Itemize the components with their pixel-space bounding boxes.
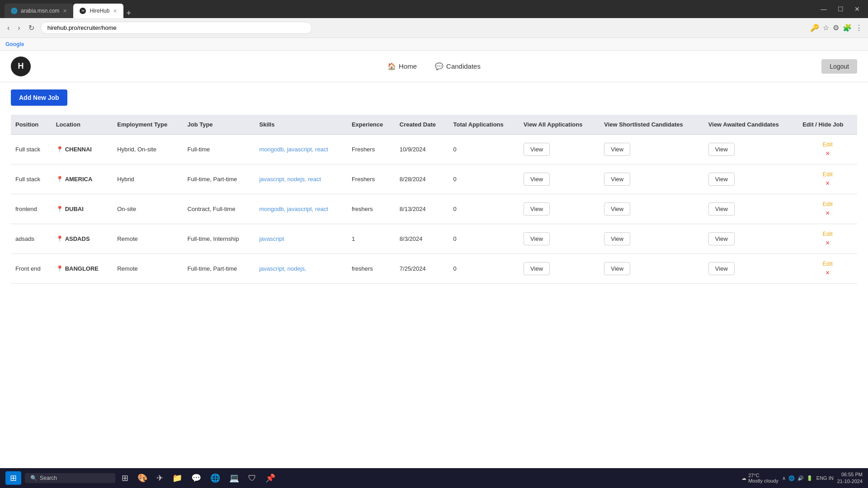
taskbar-icon-folder[interactable]: 📁: [170, 472, 185, 484]
taskbar-icon-telegram[interactable]: ✈: [154, 472, 166, 484]
refresh-button[interactable]: ↻: [27, 22, 36, 34]
view-all-button-4[interactable]: View: [524, 262, 550, 275]
minimize-button[interactable]: —: [817, 4, 830, 14]
edit-button-2[interactable]: Edit: [822, 201, 832, 207]
edit-hide-container-3: Edit ×: [802, 230, 853, 247]
cell-view-shortlisted-1: View: [599, 164, 704, 194]
view-all-button-3[interactable]: View: [524, 232, 550, 245]
taskbar-search-box[interactable]: 🔍 Search: [25, 473, 115, 483]
col-job-type: Job Type: [183, 115, 255, 135]
cell-job-type-0: Full-time: [183, 135, 255, 164]
view-shortlisted-button-2[interactable]: View: [604, 202, 630, 216]
edit-hide-container-0: Edit ×: [802, 141, 853, 158]
taskbar-icon-chrome[interactable]: 🌐: [208, 472, 223, 484]
view-awaited-button-4[interactable]: View: [708, 262, 735, 275]
close-button[interactable]: ✕: [851, 4, 863, 14]
window-controls: — ☐ ✕: [817, 4, 863, 14]
weather-widget: ☁ 27°C Mostly cloudy: [741, 473, 778, 483]
edit-button-0[interactable]: Edit: [822, 141, 832, 148]
cell-view-shortlisted-3: View: [599, 224, 704, 254]
cell-employment-type-0: Hybrid, On-site: [113, 135, 183, 164]
address-bar: ‹ › ↻ 🔑 ☆ ⚙ 🧩 ⋮: [0, 18, 868, 38]
language-indicator: ENG IN: [816, 475, 834, 481]
settings-icon[interactable]: ⚙: [833, 23, 839, 32]
maximize-button[interactable]: ☐: [834, 4, 847, 14]
view-shortlisted-button-1[interactable]: View: [604, 173, 630, 186]
cell-created-date-2: 8/13/2024: [395, 194, 449, 224]
cell-skills-0: mongodb, javascript, react: [255, 135, 347, 164]
edit-hide-container-4: Edit ×: [802, 260, 853, 277]
tab-msn[interactable]: 🌐 arabia.msn.com ✕: [5, 4, 73, 18]
edit-button-4[interactable]: Edit: [822, 260, 832, 267]
address-bar-icons: 🔑 ☆ ⚙ 🧩 ⋮: [810, 23, 863, 32]
col-location: Location: [52, 115, 113, 135]
delete-button-0[interactable]: ×: [826, 150, 830, 158]
tab-close-msn[interactable]: ✕: [63, 8, 67, 14]
weather-desc: Mostly cloudy: [748, 478, 778, 483]
col-view-all: View All Applications: [519, 115, 599, 135]
cell-total-applications-4: 0: [449, 254, 519, 284]
location-icon-1: 📍: [56, 176, 63, 183]
taskbar-icon-paint[interactable]: 🎨: [135, 472, 150, 484]
weather-info: 27°C Mostly cloudy: [748, 473, 778, 483]
cell-total-applications-2: 0: [449, 194, 519, 224]
view-awaited-button-2[interactable]: View: [708, 202, 735, 216]
bookmark-icon[interactable]: ☆: [823, 23, 829, 32]
cell-position-2: frontend: [11, 194, 52, 224]
cell-position-1: Full stack: [11, 164, 52, 194]
tab-label-hirehub: HireHub: [90, 8, 109, 14]
cell-created-date-0: 10/9/2024: [395, 135, 449, 164]
table-row: adsads 📍 ASDADS Remote Full-time, Intern…: [11, 224, 857, 254]
edit-hide-container-1: Edit ×: [802, 171, 853, 188]
delete-button-4[interactable]: ×: [826, 269, 830, 277]
forward-button[interactable]: ›: [16, 22, 22, 34]
view-awaited-button-1[interactable]: View: [708, 173, 735, 186]
edit-button-3[interactable]: Edit: [822, 230, 832, 237]
tab-hirehub[interactable]: H HireHub ✕: [73, 4, 123, 18]
view-shortlisted-button-0[interactable]: View: [604, 143, 630, 156]
taskbar: ⊞ 🔍 Search ⊞ 🎨 ✈ 📁 💬 🌐 💻 🛡 📌 ☁ 27°C Most…: [0, 468, 868, 488]
sys-tray: ∧ 🌐 🔊 🔋: [782, 475, 813, 481]
view-all-button-0[interactable]: View: [524, 143, 550, 156]
view-awaited-button-0[interactable]: View: [708, 143, 735, 156]
edit-button-1[interactable]: Edit: [822, 171, 832, 178]
view-all-button-2[interactable]: View: [524, 202, 550, 216]
extension-icon[interactable]: 🧩: [843, 23, 852, 32]
location-text-1: AMERICA: [65, 176, 93, 183]
table-row: Full stack 📍 AMERICA Hybrid Full-time, P…: [11, 164, 857, 194]
delete-button-2[interactable]: ×: [826, 209, 830, 217]
view-shortlisted-button-4[interactable]: View: [604, 262, 630, 275]
cell-total-applications-3: 0: [449, 224, 519, 254]
nav-candidates[interactable]: 💬 Candidates: [435, 62, 481, 70]
cell-employment-type-1: Hybrid: [113, 164, 183, 194]
view-shortlisted-button-3[interactable]: View: [604, 232, 630, 245]
delete-button-1[interactable]: ×: [826, 179, 830, 188]
tab-favicon-hirehub: H: [80, 8, 86, 14]
cell-skills-4: javascript, nodejs,: [255, 254, 347, 284]
cell-skills-1: javascript, nodejs, react: [255, 164, 347, 194]
nav-home-label: Home: [399, 62, 417, 70]
add-job-button[interactable]: Add New Job: [11, 89, 67, 106]
delete-button-3[interactable]: ×: [826, 239, 830, 247]
language-label: ENG IN: [816, 475, 834, 481]
logout-button[interactable]: Logout: [821, 59, 857, 74]
tab-close-hirehub[interactable]: ✕: [113, 8, 117, 14]
cell-position-3: adsads: [11, 224, 52, 254]
taskbar-time-value: 06:55 PM: [841, 471, 863, 478]
start-button[interactable]: ⊞: [5, 471, 21, 485]
taskbar-search-label: Search: [40, 475, 57, 481]
table-row: Front end 📍 BANGLORE Remote Full-time, P…: [11, 254, 857, 284]
menu-icon[interactable]: ⋮: [855, 23, 863, 32]
tray-up-arrow[interactable]: ∧: [782, 475, 786, 481]
view-all-button-1[interactable]: View: [524, 173, 550, 186]
back-button[interactable]: ‹: [5, 22, 11, 34]
taskbar-icon-pin[interactable]: 📌: [263, 472, 278, 484]
address-input[interactable]: [41, 22, 312, 34]
taskbar-icon-vpn[interactable]: 🛡: [245, 473, 259, 484]
taskbar-icon-dev[interactable]: 💻: [226, 472, 242, 484]
candidates-icon: 💬: [435, 62, 443, 70]
taskbar-icon-discord[interactable]: 💬: [189, 472, 204, 484]
new-tab-button[interactable]: +: [123, 9, 134, 18]
nav-home[interactable]: 🏠 Home: [387, 62, 417, 70]
view-awaited-button-3[interactable]: View: [708, 232, 735, 245]
